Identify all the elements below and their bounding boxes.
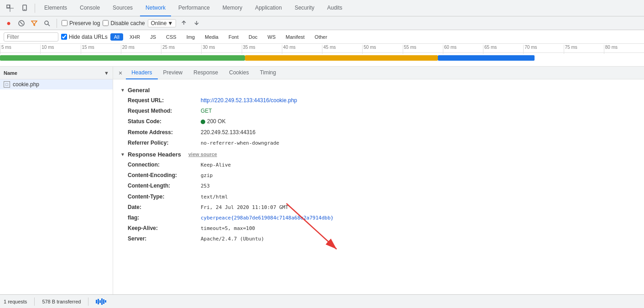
close-detail-button[interactable]: × (115, 68, 126, 78)
filter-type-ws[interactable]: WS (264, 33, 280, 41)
disable-cache-input[interactable] (103, 20, 109, 26)
content-type-val: text/html (201, 193, 228, 201)
referrer-policy-key: Referrer Policy: (128, 139, 201, 147)
detail-panel: × Headers Preview Response Cookies Timin… (113, 67, 644, 294)
keepalive-val: timeout=5, max=100 (201, 224, 255, 233)
disable-cache-checkbox[interactable]: Disable cache (103, 20, 145, 26)
content-encoding-row: Content-Encoding: gzip (120, 171, 637, 180)
keepalive-key: Keep-Alive: (128, 224, 201, 233)
server-key: Server: (128, 235, 201, 243)
connection-val: Keep-Alive (201, 161, 231, 169)
general-arrow-icon: ▼ (120, 88, 125, 93)
preserve-log-checkbox[interactable]: Preserve log (62, 20, 100, 26)
filter-type-font[interactable]: Font (225, 33, 242, 41)
main-container: Name ▼ □ cookie.php × Headers Preview Re… (0, 67, 644, 294)
network-toolbar: ● Preserve log Disable cache Online ▼ (0, 16, 644, 30)
flag-key: flag: (128, 214, 201, 222)
tab-timing[interactable]: Timing (254, 67, 282, 79)
request-list-panel: Name ▼ □ cookie.php (0, 67, 113, 294)
device-icon[interactable] (18, 2, 31, 15)
tab-network[interactable]: Network (140, 0, 171, 16)
referrer-policy-val: no-referrer-when-downgrade (201, 139, 279, 147)
response-headers-section-title: Response Headers (128, 151, 181, 158)
content-encoding-key: Content-Encoding: (128, 171, 201, 180)
tick-55ms: 55 ms (403, 45, 443, 54)
filter-type-other[interactable]: Other (311, 33, 331, 41)
clear-button[interactable] (16, 18, 26, 28)
tick-45ms: 45 ms (322, 45, 362, 54)
request-method-val: GET (201, 107, 212, 115)
tab-headers[interactable]: Headers (126, 67, 157, 79)
hide-data-urls-checkbox[interactable]: Hide data URLs (61, 34, 108, 40)
tick-70ms: 70 ms (523, 45, 563, 54)
filter-icon[interactable] (29, 18, 39, 28)
tab-cookies[interactable]: Cookies (223, 67, 254, 79)
remote-address-val: 220.249.52.133:44316 (201, 128, 255, 137)
search-icon[interactable] (42, 18, 52, 28)
network-throttle-select[interactable]: Online ▼ (148, 19, 177, 27)
filter-type-media[interactable]: Media (201, 33, 222, 41)
tab-audits[interactable]: Audits (322, 0, 348, 16)
tab-application[interactable]: Application (249, 0, 287, 16)
content-length-val: 253 (201, 182, 210, 190)
filter-type-doc[interactable]: Doc (245, 33, 261, 41)
detail-content-area: ▼ General Request URL: http://220.249.52… (113, 79, 644, 249)
tick-20ms: 20 ms (121, 45, 161, 54)
general-section-header[interactable]: ▼ General (120, 87, 637, 94)
connection-row: Connection: Keep-Alive (120, 161, 637, 169)
preserve-log-input[interactable] (62, 20, 68, 26)
timeline-section: 5 ms 10 ms 15 ms 20 ms 25 ms 30 ms 35 ms… (0, 44, 644, 67)
timeline-bar-green (0, 55, 245, 61)
tick-50ms: 50 ms (362, 45, 402, 54)
filter-type-manifest[interactable]: Manifest (282, 33, 308, 41)
tab-memory[interactable]: Memory (217, 0, 248, 16)
status-code-row: Status Code: 200 OK (120, 117, 637, 126)
filter-bar: Hide data URLs All XHR JS CSS Img Media … (0, 30, 644, 44)
view-source-link[interactable]: view source (188, 151, 217, 157)
tab-performance[interactable]: Performance (173, 0, 215, 16)
content-encoding-val: gzip (201, 172, 213, 180)
status-green-dot (201, 120, 205, 124)
tick-35ms: 35 ms (242, 45, 282, 54)
filter-type-xhr[interactable]: XHR (126, 33, 144, 41)
chevron-down-icon: ▼ (167, 20, 173, 26)
inspect-icon[interactable] (4, 2, 16, 15)
sort-icon[interactable]: ▼ (104, 70, 109, 76)
request-url-row: Request URL: http://220.249.52.133:44316… (120, 96, 637, 105)
svg-point-7 (45, 21, 48, 25)
tick-25ms: 25 ms (161, 45, 201, 54)
tick-75ms: 75 ms (564, 45, 604, 54)
filter-type-css[interactable]: CSS (162, 33, 180, 41)
timeline-bar-orange (245, 55, 438, 61)
download-icon[interactable] (192, 18, 202, 28)
request-item-name: cookie.php (13, 81, 39, 88)
request-item-cookie-php[interactable]: □ cookie.php (0, 79, 113, 89)
filter-type-all[interactable]: All (110, 33, 123, 41)
filter-input[interactable] (4, 32, 58, 42)
name-column-header: Name (4, 70, 17, 76)
tab-sources[interactable]: Sources (107, 0, 138, 16)
tab-response[interactable]: Response (188, 67, 223, 79)
svg-rect-0 (7, 5, 10, 8)
request-method-key: Request Method: (128, 107, 201, 115)
tab-security[interactable]: Security (289, 0, 320, 16)
record-button[interactable]: ● (4, 18, 14, 28)
detail-tabs-bar: × Headers Preview Response Cookies Timin… (113, 67, 644, 79)
response-headers-section-header[interactable]: ▼ Response Headers view source (120, 151, 637, 158)
request-url-key: Request URL: (128, 96, 201, 105)
toolbar-divider-1 (57, 19, 57, 28)
server-val: Apache/2.4.7 (Ubuntu) (201, 235, 264, 243)
top-nav-bar: Elements Console Sources Network Perform… (0, 0, 644, 16)
tab-elements[interactable]: Elements (39, 0, 73, 16)
timeline-bar-blue (438, 55, 535, 61)
filter-type-js[interactable]: JS (146, 33, 160, 41)
nav-divider-1 (35, 4, 35, 13)
request-method-row: Request Method: GET (120, 107, 637, 115)
general-section-title: General (128, 87, 150, 94)
upload-icon[interactable] (179, 18, 189, 28)
hide-data-urls-input[interactable] (61, 34, 67, 40)
filter-type-img[interactable]: Img (183, 33, 198, 41)
tab-preview[interactable]: Preview (158, 67, 188, 79)
content-length-row: Content-Length: 253 (120, 182, 637, 190)
tab-console[interactable]: Console (74, 0, 105, 16)
